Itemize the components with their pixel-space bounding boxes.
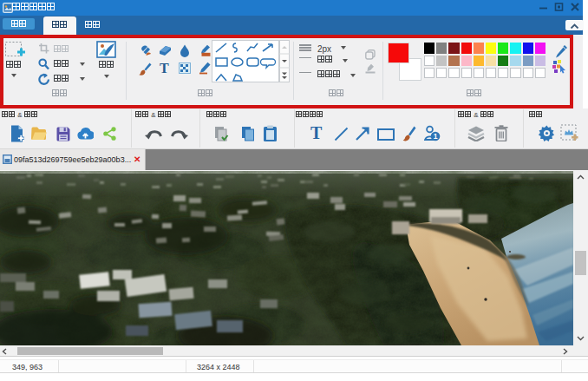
svg-text:1: 1 — [434, 132, 438, 141]
